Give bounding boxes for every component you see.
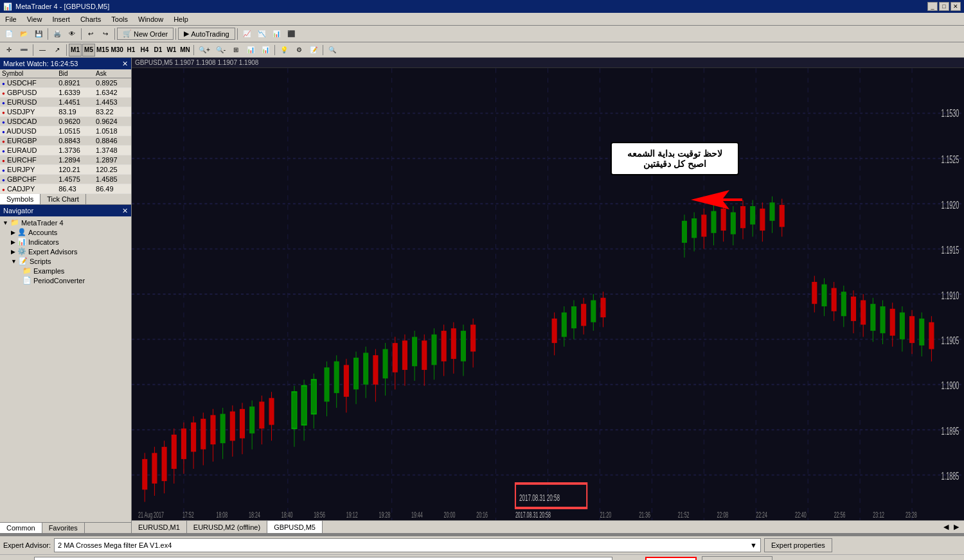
new-order-button[interactable]: 🛒 New Order [117,28,174,40]
svg-rect-46 [172,435,177,469]
svg-text:1.1915: 1.1915 [942,244,960,256]
tf-w1[interactable]: W1 [165,44,178,57]
mw-ask: 0.9624 [94,117,131,127]
svg-text:1.1885: 1.1885 [942,470,960,482]
sep-ct4 [274,45,275,55]
svg-rect-116 [701,214,706,236]
tb-print[interactable]: 🖨️ [50,27,64,41]
tb-save[interactable]: 💾 [31,27,46,41]
tb-new[interactable]: 📄 [2,27,16,41]
tb-grid[interactable]: ⊞ [229,43,243,57]
chart-tab-eurusd-m2[interactable]: EURUSD,M2 (offline) [187,521,267,533]
mw-bid: 1.6339 [57,88,94,98]
tb-arrow[interactable]: ↗ [50,43,64,57]
tb-bar[interactable]: 📊 [258,43,272,57]
tb-expert1[interactable]: 📈 [240,27,254,41]
sep4 [175,28,176,40]
svg-rect-80 [383,349,388,379]
chart-tab-gbpusd-m5[interactable]: GBPUSD,M5 [267,521,323,533]
tf-m15[interactable]: M15 [96,44,109,57]
menu-help[interactable]: Help [168,14,193,24]
tf-h4[interactable]: H4 [138,44,151,57]
svg-text:22:40: 22:40 [795,510,807,520]
tb-expert3[interactable]: 📊 [269,27,283,41]
ea-dropdown-arrow[interactable]: ▼ [750,541,757,549]
svg-rect-50 [191,423,196,452]
chart-area: GBPUSD,M5 1.1907 1.1908 1.1907 1.1908 [132,58,964,533]
svg-text:19:12: 19:12 [346,510,358,520]
tb-zoomout[interactable]: 🔍- [213,43,228,57]
tf-d1[interactable]: D1 [152,44,165,57]
nav-tab-favorites[interactable]: Favorites [42,523,85,533]
tf-h1[interactable]: H1 [125,44,138,57]
market-watch: Market Watch: 16:24:53 ✕ Symbol Bid Ask … [0,58,131,194]
close-btn[interactable]: ✕ [951,2,961,11]
tb-history[interactable]: ↩ [84,27,98,41]
nav-tree-item-periodconverter[interactable]: 📄PeriodConverter [1,276,130,285]
mw-bid: 1.2894 [57,155,94,165]
symbol-properties-button[interactable]: Symbol properties [702,556,773,560]
menu-view[interactable]: View [22,14,48,24]
period-input[interactable]: M5 ▼ [645,557,697,560]
tb-open[interactable]: 📂 [17,27,31,41]
tb-forward[interactable]: ↪ [98,27,112,41]
tf-m1[interactable]: M1 [69,44,82,57]
nav-tree-item-scripts[interactable]: ▼📝Scripts [1,256,130,266]
nav-tab-common[interactable]: Common [0,523,42,533]
maximize-btn[interactable]: □ [939,2,949,11]
tb-search-icon[interactable]: 🔍 [325,43,339,57]
sep-ct3 [193,45,194,55]
tb-candle[interactable]: 📊 [244,43,258,57]
nav-tree: ▼📁MetaTrader 4▶👤Accounts▶📊Indicators▶⚙️E… [0,216,131,286]
nav-tree-item-accounts[interactable]: ▶👤Accounts [1,227,130,237]
tb-indicators[interactable]: 💡 [277,43,291,57]
expert-properties-button[interactable]: Expert properties [764,538,832,552]
tab-symbols[interactable]: Symbols [0,194,40,204]
navigator-close-icon[interactable]: ✕ [122,207,128,215]
svg-rect-54 [210,415,215,444]
tb-scripts[interactable]: 📝 [307,43,321,57]
mw-bid: 1.4451 [57,98,94,107]
sep-ct5 [323,45,323,55]
tf-m5[interactable]: M5 [82,44,95,57]
mw-symbol: ● GBPCHF [0,175,57,184]
tb-preview[interactable]: 👁 [65,27,79,41]
autotrading-button[interactable]: ▶ AutoTrading [178,28,235,40]
chart-container[interactable]: 1.1530 1.1525 1.1920 1.1915 1.1910 1.190… [132,68,964,520]
symbol-dropdown[interactable]: GBPUSD, Great Britain Pound vs US Dollar… [34,557,612,560]
mw-bid: 83.19 [57,107,94,117]
menu-window[interactable]: Window [133,14,168,24]
tf-mn[interactable]: MN [179,44,192,57]
chart-prev-icon[interactable]: ◀ [941,523,951,531]
market-watch-close-icon[interactable]: ✕ [122,60,128,68]
chart-next-icon[interactable]: ▶ [951,523,961,531]
svg-text:2017.08.31 20:58: 2017.08.31 20:58 [515,510,551,520]
svg-rect-134 [812,282,817,304]
tb-line[interactable]: ➖ [17,43,31,57]
tb-ea[interactable]: ⚙ [292,43,306,57]
tb-zoomin[interactable]: 🔍+ [196,43,213,57]
tb-expert2[interactable]: 📉 [254,27,269,41]
svg-rect-66 [269,398,274,425]
tb-expert4[interactable]: ⬛ [284,27,298,41]
nav-tree-item-metatrader-4[interactable]: ▼📁MetaTrader 4 [1,218,130,227]
market-watch-table: Symbol Bid Ask ● USDCHF 0.8921 0.8925 ● … [0,69,131,194]
tb-crosshair[interactable]: ✛ [2,43,16,57]
menu-charts[interactable]: Charts [75,14,106,24]
tb-hline[interactable]: — [35,43,49,57]
menu-file[interactable]: File [0,14,22,24]
tab-tick-chart[interactable]: Tick Chart [40,194,86,204]
nav-tree-item-expert-advisors[interactable]: ▶⚙️Expert Advisors [1,247,130,256]
minimize-btn[interactable]: _ [927,2,938,11]
nav-tree-item-indicators[interactable]: ▶📊Indicators [1,237,130,247]
menu-tools[interactable]: Tools [106,14,133,24]
mw-ask: 120.25 [94,165,131,175]
menu-insert[interactable]: Insert [47,14,75,24]
svg-text:23:28: 23:28 [906,510,917,520]
nav-tree-item-examples[interactable]: 📁Examples [1,266,130,276]
tree-label: Accounts [28,229,57,236]
mw-ask: 1.0518 [94,127,131,136]
ea-dropdown[interactable]: 2 MA Crosses Mega filter EA V1.ex4 ▼ [54,538,761,552]
tf-m30[interactable]: M30 [110,44,123,57]
chart-tab-eurusd-m1[interactable]: EURUSD,M1 [132,521,187,533]
